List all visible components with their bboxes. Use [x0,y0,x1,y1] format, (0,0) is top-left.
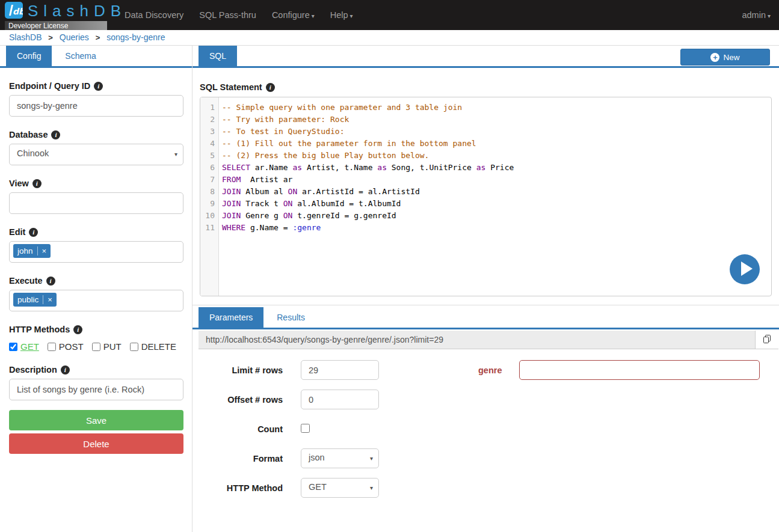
select-caret-icon: ▾ [174,151,177,157]
caret-down-icon: ▾ [768,13,771,19]
http-method-select[interactable]: GET ▾ [301,478,379,498]
slashdb-logo-icon: db [5,1,23,21]
tab-config[interactable]: Config [6,46,52,66]
database-label: Database [9,130,48,139]
breadcrumb-slashdb[interactable]: SlashDB [9,32,42,42]
count-checkbox[interactable] [301,424,310,433]
get-checkbox[interactable] [9,343,17,351]
license-badge: Developer License [5,21,107,31]
bottom-tab-row: Parameters Results [192,307,779,329]
info-icon[interactable]: i [51,130,60,139]
format-select[interactable]: json ▾ [301,448,379,468]
sql-code-line: 3-- To test in QueryStudio: [200,126,771,138]
sql-editor[interactable]: 1-- Simple query with one parameter and … [200,97,772,296]
description-input[interactable] [9,379,183,400]
endpoint-label: Endpoint / Query ID [9,81,90,91]
info-icon[interactable]: i [32,179,42,188]
nav-sql-passthru[interactable]: SQL Pass-thru [191,0,264,30]
sql-code-line: 8JOIN Album al ON ar.ArtistId = al.Artis… [200,186,771,198]
sql-code-line: 6SELECT ar.Name as Artist, t.Name as Son… [200,162,771,174]
endpoint-input[interactable] [9,95,183,117]
tab-schema[interactable]: Schema [54,46,106,66]
play-icon [730,254,760,286]
put-label: PUT [103,341,122,352]
breadcrumb-current-query[interactable]: songs-by-genre [106,32,165,42]
remove-tag-icon[interactable]: × [43,295,52,304]
info-icon[interactable]: i [73,325,82,334]
limit-input[interactable] [301,360,379,380]
info-icon[interactable]: i [29,228,38,237]
genre-input[interactable] [519,360,760,380]
sql-code-line: 5-- (2) Press the big blue Play button b… [200,150,771,162]
delete-label: DELETE [141,341,176,352]
select-caret-icon: ▾ [370,455,373,462]
sql-code-line: 9JOIN Track t ON al.AlbumId = t.AlbumId [200,198,771,210]
put-checkbox[interactable] [92,343,100,351]
view-input[interactable] [9,192,183,214]
offset-input[interactable] [301,390,379,409]
save-button[interactable]: Save [9,410,183,430]
tag-public: public× [13,293,57,307]
select-caret-icon: ▾ [370,485,373,491]
post-label: POST [59,341,84,352]
nav-help[interactable]: Help▾ [322,0,361,30]
run-query-play-button[interactable] [730,254,760,284]
execute-tags-input[interactable]: public× [9,290,183,311]
remove-tag-icon[interactable]: × [37,246,47,255]
user-menu[interactable]: admin▾ [742,0,771,30]
plus-circle-icon: + [710,53,719,62]
edit-label: Edit [9,227,25,237]
query-url: http://localhost:6543/query/songs-by-gen… [199,331,755,349]
info-icon[interactable]: i [94,82,103,91]
tab-results[interactable]: Results [266,307,316,328]
tag-john: john× [13,244,51,258]
left-tab-row: Config Schema [0,46,192,68]
config-form: Endpoint / Query IDi Databasei Chinook ▾… [0,81,192,454]
description-label: Description [9,365,57,375]
breadcrumb-separator: > [96,33,100,42]
http-method-label: HTTP Method [202,483,283,493]
nav-configure[interactable]: Configure▾ [264,0,322,30]
execute-label: Execute [9,276,43,286]
delete-button[interactable]: Delete [9,433,183,454]
info-icon[interactable]: i [61,365,70,375]
nav-data-discovery[interactable]: Data Discovery [117,0,191,30]
copy-icon [762,334,772,346]
slashdb-app: db SlashDB Developer License Data Discov… [0,0,779,532]
sql-code-line: 10JOIN Genre g ON t.genreId = g.genreId [200,210,771,222]
format-label: Format [202,454,283,463]
info-icon[interactable]: i [266,83,275,92]
delete-checkbox[interactable] [130,343,138,351]
parameters-form: Limit # rows Offset # rows Count Format … [192,349,779,519]
caret-down-icon: ▾ [312,13,315,19]
sql-code-lines: 1-- Simple query with one parameter and … [200,97,771,234]
post-checkbox[interactable] [48,343,56,351]
brand[interactable]: db SlashDB Developer License [5,1,113,31]
view-label: View [9,179,29,188]
sql-code-line: 7FROM Artist ar [200,174,771,186]
sql-code-line: 2-- Try with parameter: Rock [200,114,771,126]
info-icon[interactable]: i [46,277,55,286]
brand-title: SlashDB [28,2,126,20]
http-methods-label: HTTP Methods [9,325,70,334]
sql-tab-row: SQL + New [192,46,779,68]
svg-text:db: db [13,7,23,16]
tab-parameters[interactable]: Parameters [199,307,263,328]
copy-url-button[interactable] [755,331,778,349]
tab-sql[interactable]: SQL [199,46,237,66]
get-link[interactable]: GET [20,341,39,352]
edit-tags-input[interactable]: john× [9,241,183,263]
breadcrumb: SlashDB > Queries > songs-by-genre [0,30,779,46]
offset-label: Offset # rows [202,395,283,405]
limit-label: Limit # rows [202,365,283,375]
breadcrumb-queries[interactable]: Queries [60,32,89,42]
database-select[interactable]: Chinook ▾ [9,144,183,165]
new-query-button[interactable]: + New [680,49,770,66]
sql-statement-label: SQL Statement [200,82,262,92]
genre-label: genre [478,365,499,375]
count-label: Count [202,424,283,434]
http-methods-row: GET POST PUT DELETE [9,341,183,352]
sql-code-line: 4-- (1) Fill out the parameter form in t… [200,138,771,150]
main-nav: Data Discovery SQL Pass-thru Configure▾ … [117,0,361,30]
parameters-panel: Parameters Results http://localhost:6543… [192,305,779,519]
